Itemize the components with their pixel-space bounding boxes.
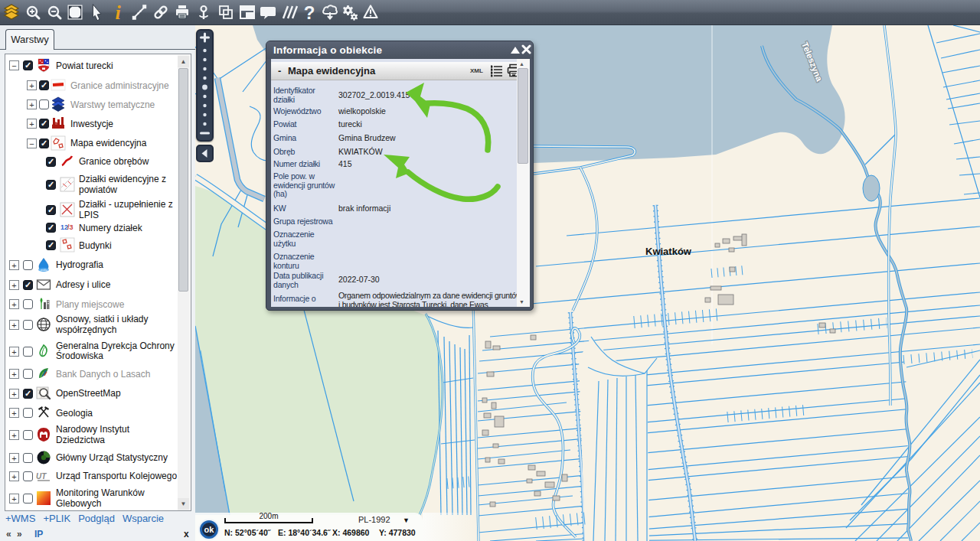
svg-text:woda: woda — [41, 269, 47, 272]
svg-text:Kwiatków: Kwiatków — [645, 246, 692, 257]
svg-text:i: i — [115, 2, 121, 24]
svg-text:?: ? — [304, 2, 315, 23]
svg-text:UT: UT — [36, 472, 47, 481]
svg-text:/3: /3 — [67, 223, 74, 231]
